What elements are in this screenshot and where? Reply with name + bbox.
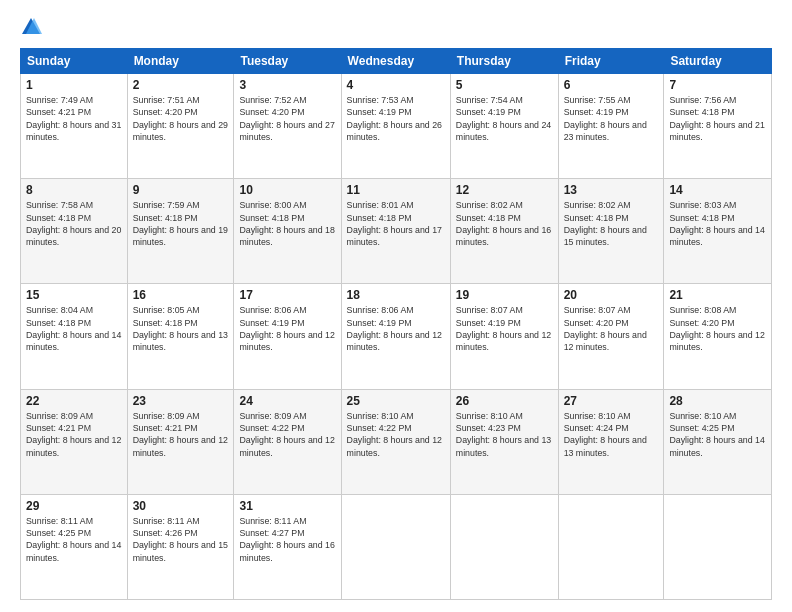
calendar-cell: 2Sunrise: 7:51 AMSunset: 4:20 PMDaylight… (127, 74, 234, 179)
calendar-cell: 3Sunrise: 7:52 AMSunset: 4:20 PMDaylight… (234, 74, 341, 179)
day-number: 16 (133, 288, 229, 302)
calendar-cell: 27Sunrise: 8:10 AMSunset: 4:24 PMDayligh… (558, 389, 664, 494)
day-number: 7 (669, 78, 766, 92)
header (20, 16, 772, 38)
day-number: 17 (239, 288, 335, 302)
day-detail: Sunrise: 8:00 AMSunset: 4:18 PMDaylight:… (239, 199, 335, 248)
calendar-cell: 31Sunrise: 8:11 AMSunset: 4:27 PMDayligh… (234, 494, 341, 599)
calendar-week-5: 29Sunrise: 8:11 AMSunset: 4:25 PMDayligh… (21, 494, 772, 599)
calendar-cell: 11Sunrise: 8:01 AMSunset: 4:18 PMDayligh… (341, 179, 450, 284)
day-number: 25 (347, 394, 445, 408)
calendar-cell: 9Sunrise: 7:59 AMSunset: 4:18 PMDaylight… (127, 179, 234, 284)
calendar-cell: 17Sunrise: 8:06 AMSunset: 4:19 PMDayligh… (234, 284, 341, 389)
day-detail: Sunrise: 8:07 AMSunset: 4:19 PMDaylight:… (456, 304, 553, 353)
day-detail: Sunrise: 8:09 AMSunset: 4:22 PMDaylight:… (239, 410, 335, 459)
day-number: 30 (133, 499, 229, 513)
day-detail: Sunrise: 8:11 AMSunset: 4:26 PMDaylight:… (133, 515, 229, 564)
day-detail: Sunrise: 8:08 AMSunset: 4:20 PMDaylight:… (669, 304, 766, 353)
day-number: 24 (239, 394, 335, 408)
day-detail: Sunrise: 8:10 AMSunset: 4:23 PMDaylight:… (456, 410, 553, 459)
day-detail: Sunrise: 8:06 AMSunset: 4:19 PMDaylight:… (347, 304, 445, 353)
calendar-cell: 24Sunrise: 8:09 AMSunset: 4:22 PMDayligh… (234, 389, 341, 494)
day-detail: Sunrise: 8:09 AMSunset: 4:21 PMDaylight:… (133, 410, 229, 459)
calendar-cell: 10Sunrise: 8:00 AMSunset: 4:18 PMDayligh… (234, 179, 341, 284)
day-detail: Sunrise: 8:01 AMSunset: 4:18 PMDaylight:… (347, 199, 445, 248)
calendar-cell: 23Sunrise: 8:09 AMSunset: 4:21 PMDayligh… (127, 389, 234, 494)
col-header-sunday: Sunday (21, 49, 128, 74)
day-detail: Sunrise: 7:58 AMSunset: 4:18 PMDaylight:… (26, 199, 122, 248)
calendar-week-1: 1Sunrise: 7:49 AMSunset: 4:21 PMDaylight… (21, 74, 772, 179)
day-detail: Sunrise: 7:55 AMSunset: 4:19 PMDaylight:… (564, 94, 659, 143)
day-detail: Sunrise: 7:49 AMSunset: 4:21 PMDaylight:… (26, 94, 122, 143)
calendar-cell: 8Sunrise: 7:58 AMSunset: 4:18 PMDaylight… (21, 179, 128, 284)
day-number: 31 (239, 499, 335, 513)
day-number: 9 (133, 183, 229, 197)
day-detail: Sunrise: 7:53 AMSunset: 4:19 PMDaylight:… (347, 94, 445, 143)
calendar-cell: 4Sunrise: 7:53 AMSunset: 4:19 PMDaylight… (341, 74, 450, 179)
calendar-week-4: 22Sunrise: 8:09 AMSunset: 4:21 PMDayligh… (21, 389, 772, 494)
calendar-cell: 6Sunrise: 7:55 AMSunset: 4:19 PMDaylight… (558, 74, 664, 179)
day-detail: Sunrise: 8:10 AMSunset: 4:24 PMDaylight:… (564, 410, 659, 459)
day-number: 19 (456, 288, 553, 302)
calendar-cell: 7Sunrise: 7:56 AMSunset: 4:18 PMDaylight… (664, 74, 772, 179)
day-number: 15 (26, 288, 122, 302)
day-number: 20 (564, 288, 659, 302)
logo (20, 16, 46, 38)
calendar-cell: 28Sunrise: 8:10 AMSunset: 4:25 PMDayligh… (664, 389, 772, 494)
calendar-table: SundayMondayTuesdayWednesdayThursdayFrid… (20, 48, 772, 600)
day-number: 12 (456, 183, 553, 197)
calendar-cell: 16Sunrise: 8:05 AMSunset: 4:18 PMDayligh… (127, 284, 234, 389)
calendar-cell (450, 494, 558, 599)
calendar-cell: 19Sunrise: 8:07 AMSunset: 4:19 PMDayligh… (450, 284, 558, 389)
day-number: 23 (133, 394, 229, 408)
day-number: 2 (133, 78, 229, 92)
day-number: 13 (564, 183, 659, 197)
calendar-cell (558, 494, 664, 599)
calendar-cell (341, 494, 450, 599)
calendar-cell: 25Sunrise: 8:10 AMSunset: 4:22 PMDayligh… (341, 389, 450, 494)
calendar-cell: 29Sunrise: 8:11 AMSunset: 4:25 PMDayligh… (21, 494, 128, 599)
day-detail: Sunrise: 8:03 AMSunset: 4:18 PMDaylight:… (669, 199, 766, 248)
calendar-cell: 14Sunrise: 8:03 AMSunset: 4:18 PMDayligh… (664, 179, 772, 284)
calendar-header-row: SundayMondayTuesdayWednesdayThursdayFrid… (21, 49, 772, 74)
calendar-cell: 22Sunrise: 8:09 AMSunset: 4:21 PMDayligh… (21, 389, 128, 494)
day-detail: Sunrise: 7:51 AMSunset: 4:20 PMDaylight:… (133, 94, 229, 143)
day-detail: Sunrise: 8:02 AMSunset: 4:18 PMDaylight:… (456, 199, 553, 248)
day-detail: Sunrise: 8:11 AMSunset: 4:27 PMDaylight:… (239, 515, 335, 564)
calendar-week-3: 15Sunrise: 8:04 AMSunset: 4:18 PMDayligh… (21, 284, 772, 389)
day-detail: Sunrise: 7:59 AMSunset: 4:18 PMDaylight:… (133, 199, 229, 248)
day-detail: Sunrise: 7:56 AMSunset: 4:18 PMDaylight:… (669, 94, 766, 143)
day-detail: Sunrise: 8:09 AMSunset: 4:21 PMDaylight:… (26, 410, 122, 459)
logo-icon (20, 16, 42, 38)
day-number: 1 (26, 78, 122, 92)
day-detail: Sunrise: 8:11 AMSunset: 4:25 PMDaylight:… (26, 515, 122, 564)
day-number: 6 (564, 78, 659, 92)
calendar-week-2: 8Sunrise: 7:58 AMSunset: 4:18 PMDaylight… (21, 179, 772, 284)
calendar-cell: 26Sunrise: 8:10 AMSunset: 4:23 PMDayligh… (450, 389, 558, 494)
calendar-cell: 21Sunrise: 8:08 AMSunset: 4:20 PMDayligh… (664, 284, 772, 389)
day-detail: Sunrise: 8:10 AMSunset: 4:22 PMDaylight:… (347, 410, 445, 459)
day-detail: Sunrise: 8:02 AMSunset: 4:18 PMDaylight:… (564, 199, 659, 248)
day-number: 11 (347, 183, 445, 197)
col-header-friday: Friday (558, 49, 664, 74)
day-number: 28 (669, 394, 766, 408)
day-number: 8 (26, 183, 122, 197)
calendar-cell: 1Sunrise: 7:49 AMSunset: 4:21 PMDaylight… (21, 74, 128, 179)
day-detail: Sunrise: 7:54 AMSunset: 4:19 PMDaylight:… (456, 94, 553, 143)
col-header-monday: Monday (127, 49, 234, 74)
day-number: 26 (456, 394, 553, 408)
col-header-tuesday: Tuesday (234, 49, 341, 74)
calendar-cell: 15Sunrise: 8:04 AMSunset: 4:18 PMDayligh… (21, 284, 128, 389)
col-header-wednesday: Wednesday (341, 49, 450, 74)
col-header-thursday: Thursday (450, 49, 558, 74)
day-detail: Sunrise: 8:07 AMSunset: 4:20 PMDaylight:… (564, 304, 659, 353)
day-number: 10 (239, 183, 335, 197)
day-detail: Sunrise: 8:06 AMSunset: 4:19 PMDaylight:… (239, 304, 335, 353)
calendar-cell: 20Sunrise: 8:07 AMSunset: 4:20 PMDayligh… (558, 284, 664, 389)
day-number: 4 (347, 78, 445, 92)
day-number: 21 (669, 288, 766, 302)
calendar-cell: 30Sunrise: 8:11 AMSunset: 4:26 PMDayligh… (127, 494, 234, 599)
calendar-cell (664, 494, 772, 599)
calendar-cell: 13Sunrise: 8:02 AMSunset: 4:18 PMDayligh… (558, 179, 664, 284)
day-detail: Sunrise: 8:04 AMSunset: 4:18 PMDaylight:… (26, 304, 122, 353)
